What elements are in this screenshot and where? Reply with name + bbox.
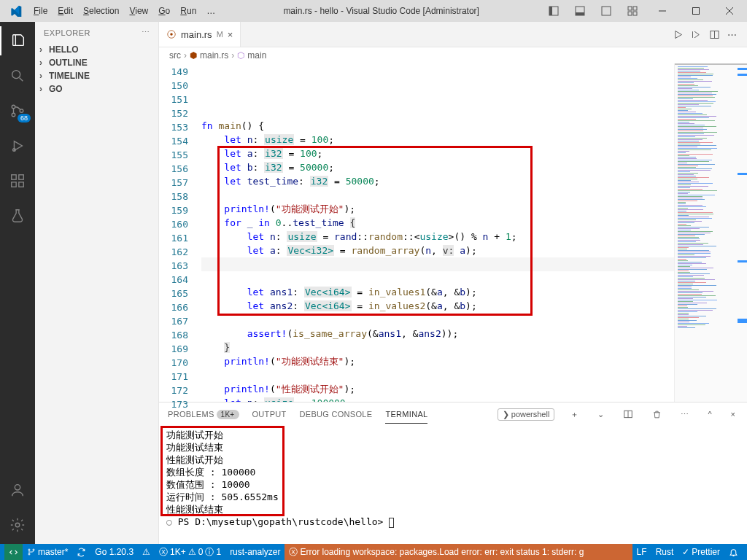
- settings-gear-icon[interactable]: [0, 510, 35, 540]
- extensions-icon[interactable]: [0, 166, 35, 195]
- sidebar-more-icon[interactable]: ⋯: [142, 28, 150, 37]
- tab-modified-marker: M: [217, 30, 223, 39]
- minimap[interactable]: [674, 63, 747, 402]
- sidebar-item-outline[interactable]: OUTLINE: [35, 56, 158, 69]
- layout-bottom-icon[interactable]: [569, 3, 591, 19]
- svg-rect-21: [19, 182, 23, 187]
- svg-rect-22: [19, 175, 23, 179]
- svg-point-17: [20, 109, 23, 113]
- kill-terminal-icon[interactable]: [649, 410, 665, 419]
- sb-sync-icon[interactable]: [72, 544, 90, 560]
- sb-workspace-error[interactable]: ⓧ Error loading workspace: packages.Load…: [285, 544, 632, 560]
- menu-bar: File Edit Selection View Go Run …: [29, 4, 220, 18]
- editor-tabs: main.rs M × ⋯: [159, 22, 747, 47]
- panel-tab-output[interactable]: OUTPUT: [252, 405, 287, 423]
- window-title: main.rs - hello - Visual Studio Code [Ad…: [220, 6, 543, 16]
- panel-more-icon[interactable]: ⋯: [678, 410, 692, 419]
- terminal-output[interactable]: 功能测试开始功能测试结束性能测试开始数组长度 : 100000数值范围 : 10…: [159, 426, 747, 544]
- terminal-dropdown-icon[interactable]: ⌄: [595, 410, 607, 419]
- scm-badge: 68: [18, 114, 31, 122]
- bottom-panel: PROBLEMS1K+ OUTPUT DEBUG CONSOLE TERMINA…: [159, 402, 747, 544]
- menu-more[interactable]: …: [202, 4, 220, 18]
- sb-notifications-icon[interactable]: [724, 544, 743, 560]
- panel-tab-terminal[interactable]: TERMINAL: [385, 405, 427, 424]
- problems-count-badge: 1K+: [217, 410, 239, 419]
- debug-file-icon[interactable]: [691, 29, 702, 40]
- svg-rect-6: [633, 7, 637, 10]
- rust-file-icon: ⬢: [190, 50, 197, 61]
- sidebar-item-timeline[interactable]: TIMELINE: [35, 69, 158, 82]
- breadcrumbs[interactable]: src› ⬢ main.rs› ⬡ main: [159, 47, 747, 63]
- tab-main-rs[interactable]: main.rs M ×: [159, 22, 241, 47]
- close-button[interactable]: [715, 3, 744, 19]
- svg-rect-3: [576, 12, 584, 15]
- status-bar: master* Go 1.20.3 ⚠ ⓧ 1K+ ⚠ 0 ⓘ 1 rust-a…: [0, 544, 747, 560]
- editor-more-icon[interactable]: ⋯: [727, 29, 737, 40]
- svg-point-33: [33, 549, 34, 551]
- sb-go-version[interactable]: Go 1.20.3: [90, 544, 138, 560]
- svg-line-14: [20, 78, 23, 82]
- split-terminal-icon[interactable]: [620, 409, 636, 419]
- menu-view[interactable]: View: [125, 4, 152, 18]
- menu-run[interactable]: Run: [176, 4, 201, 18]
- svg-point-24: [15, 523, 20, 527]
- close-panel-icon[interactable]: ×: [728, 410, 738, 419]
- terminal-launch-profile[interactable]: ❯ powershell: [498, 408, 555, 421]
- svg-rect-7: [628, 12, 632, 15]
- svg-rect-20: [12, 182, 16, 187]
- panel-tab-debug[interactable]: DEBUG CONSOLE: [300, 405, 373, 423]
- menu-selection[interactable]: Selection: [79, 4, 123, 18]
- menu-go[interactable]: Go: [154, 4, 174, 18]
- svg-point-31: [28, 549, 30, 551]
- svg-point-16: [12, 113, 15, 117]
- search-icon[interactable]: [0, 61, 35, 90]
- svg-rect-1: [549, 7, 552, 15]
- sb-language[interactable]: Rust: [651, 544, 678, 560]
- rust-file-icon: [166, 29, 177, 39]
- maximize-panel-icon[interactable]: ^: [705, 410, 714, 419]
- layout-left-icon[interactable]: [543, 3, 565, 19]
- svg-point-32: [28, 553, 30, 555]
- sb-problems[interactable]: ⓧ 1K+ ⚠ 0 ⓘ 1: [155, 544, 225, 560]
- line-number-gutter: 1491501511521531541551561571581591601611…: [159, 63, 201, 402]
- tab-close-icon[interactable]: ×: [228, 29, 233, 40]
- sb-remote-icon[interactable]: [4, 544, 23, 560]
- svg-point-23: [15, 485, 20, 490]
- svg-rect-5: [628, 7, 632, 10]
- overview-ruler[interactable]: [738, 63, 747, 402]
- svg-rect-19: [12, 175, 16, 179]
- sb-prettier[interactable]: ✓ Prettier: [678, 544, 724, 560]
- split-editor-icon[interactable]: [709, 29, 720, 40]
- sidebar-item-hello[interactable]: HELLO: [35, 43, 158, 56]
- annotation-redbox-terminal: [160, 426, 285, 516]
- new-terminal-icon[interactable]: ＋: [568, 409, 581, 420]
- testing-icon[interactable]: [0, 201, 35, 230]
- svg-rect-10: [693, 8, 700, 15]
- run-file-icon[interactable]: [673, 29, 684, 40]
- sb-eol[interactable]: LF: [632, 544, 651, 560]
- menu-file[interactable]: File: [29, 4, 52, 18]
- menu-edit[interactable]: Edit: [53, 4, 77, 18]
- run-debug-icon[interactable]: [0, 131, 35, 160]
- source-control-icon[interactable]: 68: [0, 96, 35, 125]
- code-editor[interactable]: fn main() { let n: usize = 100; let a: i…: [201, 63, 674, 402]
- minimize-button[interactable]: [648, 3, 677, 19]
- svg-rect-4: [602, 7, 611, 15]
- account-icon[interactable]: [0, 475, 35, 505]
- explorer-icon[interactable]: [0, 26, 35, 55]
- sb-rust-analyzer[interactable]: rust-analyzer: [225, 544, 285, 560]
- sidebar-header: EXPLORER: [44, 28, 90, 37]
- sidebar-item-go[interactable]: GO: [35, 82, 158, 96]
- editor-group: main.rs M × ⋯ src› ⬢ main.rs› ⬡ main 149…: [159, 22, 747, 544]
- titlebar: File Edit Selection View Go Run … main.r…: [0, 0, 747, 22]
- maximize-button[interactable]: [681, 3, 711, 19]
- svg-point-26: [170, 33, 173, 36]
- vscode-logo-icon: [9, 4, 23, 18]
- sb-branch[interactable]: master*: [23, 544, 72, 560]
- tab-label: main.rs: [181, 29, 212, 40]
- layout-custom-icon[interactable]: [622, 3, 643, 19]
- sb-go-analysis-icon[interactable]: ⚠: [138, 544, 155, 560]
- svg-point-13: [12, 71, 20, 79]
- layout-right-icon[interactable]: [595, 3, 617, 19]
- layout-controls: [543, 3, 744, 19]
